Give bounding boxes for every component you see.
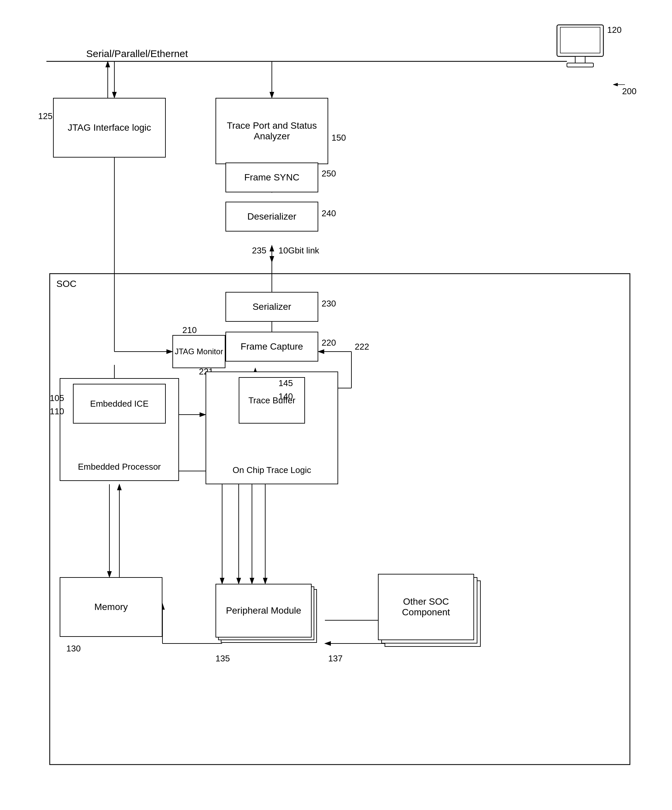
- on-chip-trace-label: On Chip Trace Logic: [232, 465, 311, 479]
- ref-250: 250: [322, 169, 336, 179]
- memory-label: Memory: [94, 602, 128, 612]
- other-soc-box: Other SOC Component: [378, 574, 474, 640]
- peripheral-module-outer: Peripheral Module: [216, 584, 322, 647]
- serializer-label: Serializer: [253, 302, 291, 312]
- deserializer-label: Deserializer: [247, 211, 296, 222]
- svg-rect-10: [50, 273, 630, 764]
- deserializer-box: Deserializer: [226, 202, 318, 231]
- other-soc-label: Other SOC Component: [379, 596, 473, 618]
- svg-rect-36: [567, 63, 593, 67]
- ref-235: 235: [252, 245, 266, 256]
- computer-icon: [550, 23, 610, 73]
- embedded-ice-label: Embedded ICE: [90, 399, 148, 409]
- ref-145: 145: [278, 378, 293, 388]
- ref-230: 230: [322, 299, 336, 309]
- ref-125: 125: [38, 111, 52, 122]
- link-label: 10Gbit link: [278, 245, 319, 256]
- peripheral-module-label: Peripheral Module: [226, 605, 301, 616]
- ref-137: 137: [328, 653, 342, 664]
- trace-port-analyzer-box: Trace Port and Status Analyzer: [216, 98, 328, 164]
- frame-capture-label: Frame Capture: [241, 341, 303, 352]
- ref-222: 222: [355, 342, 369, 352]
- ref-110: 110: [50, 406, 64, 417]
- ref-150: 150: [332, 133, 346, 143]
- ref-220: 220: [322, 338, 336, 348]
- jtag-monitor-label: JTAG Monitor: [175, 347, 223, 356]
- embedded-processor-box: Embedded ICE Embedded Processor: [60, 378, 179, 481]
- trace-buffer-box: Trace Buffer: [239, 377, 305, 424]
- embedded-processor-label: Embedded Processor: [78, 462, 161, 475]
- soc-label: SOC: [56, 278, 77, 289]
- ref-140: 140: [278, 392, 293, 402]
- ref-240: 240: [322, 208, 336, 219]
- frame-capture-box: Frame Capture: [226, 332, 318, 361]
- jtag-monitor-box: JTAG Monitor: [172, 335, 226, 368]
- frame-sync-label: Frame SYNC: [244, 172, 299, 183]
- serial-parallel-label: Serial/Parallel/Ethernet: [86, 48, 188, 59]
- jtag-interface-box: JTAG Interface logic: [53, 98, 166, 157]
- memory-box: Memory: [60, 577, 162, 637]
- ref-210: 210: [182, 325, 197, 335]
- ref-120: 120: [607, 25, 621, 35]
- on-chip-trace-box: Trace Buffer On Chip Trace Logic: [205, 371, 338, 484]
- ref-105: 105: [50, 393, 64, 403]
- frame-sync-box: Frame SYNC: [226, 162, 318, 192]
- svg-rect-35: [575, 56, 585, 63]
- trace-port-analyzer-label: Trace Port and Status Analyzer: [216, 120, 328, 142]
- embedded-ice-box: Embedded ICE: [73, 384, 166, 424]
- peripheral-module-box: Peripheral Module: [216, 584, 312, 638]
- jtag-interface-label: JTAG Interface logic: [67, 122, 151, 133]
- svg-rect-34: [560, 27, 600, 53]
- ref-130: 130: [66, 643, 81, 654]
- other-soc-outer: Other SOC Component: [378, 574, 484, 650]
- serializer-box: Serializer: [226, 292, 318, 322]
- ref-135: 135: [216, 653, 230, 664]
